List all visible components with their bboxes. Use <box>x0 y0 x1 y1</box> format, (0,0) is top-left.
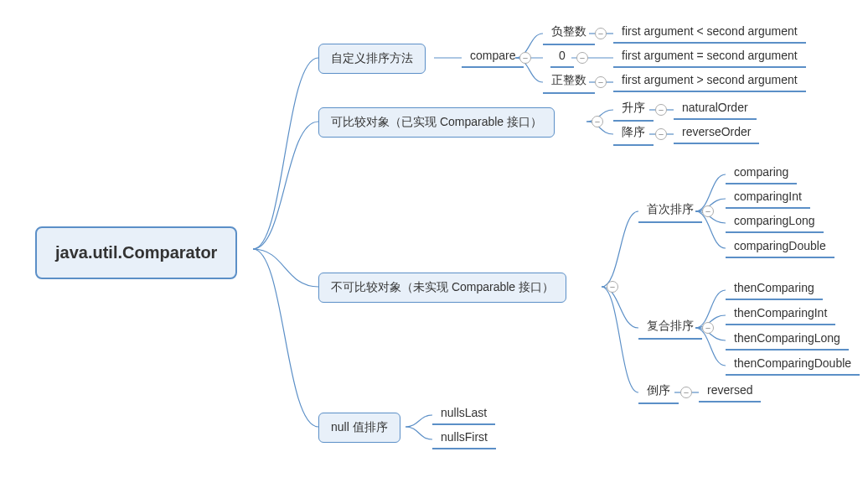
leaf-pos-int[interactable]: 正整数 <box>543 70 595 94</box>
collapse-icon[interactable] <box>655 104 667 116</box>
collapse-icon[interactable] <box>592 116 603 127</box>
leaf-arg-equal: first argument = second argument <box>613 45 806 68</box>
leaf-compare[interactable]: compare <box>462 45 524 68</box>
branch-null-sort[interactable]: null 值排序 <box>318 413 400 443</box>
collapse-icon[interactable] <box>595 76 607 88</box>
leaf-comparing-double: comparingDouble <box>726 236 834 258</box>
root-node[interactable]: java.util.Comparator <box>35 226 237 279</box>
collapse-icon[interactable] <box>655 128 667 140</box>
branch-custom-sort[interactable]: 自定义排序方法 <box>318 44 426 74</box>
group-first-sort[interactable]: 首次排序 <box>638 199 702 223</box>
collapse-icon[interactable] <box>607 281 618 293</box>
leaf-arg-greater: first argument > second argument <box>613 70 806 92</box>
collapse-icon[interactable] <box>702 205 714 217</box>
collapse-icon[interactable] <box>576 52 588 64</box>
leaf-neg-int[interactable]: 负整数 <box>543 21 595 45</box>
leaf-desc[interactable]: 降序 <box>613 122 654 146</box>
leaf-zero[interactable]: 0 <box>550 45 574 68</box>
leaf-reverse-order: reverseOrder <box>674 122 759 144</box>
leaf-asc[interactable]: 升序 <box>613 97 654 122</box>
collapse-icon[interactable] <box>595 28 607 39</box>
leaf-nulls-last: nullsLast <box>432 402 495 425</box>
leaf-then-comparing-long: thenComparingLong <box>726 328 849 351</box>
branch-not-comparable[interactable]: 不可比较对象（未实现 Comparable 接口） <box>318 273 566 303</box>
leaf-then-comparing: thenComparing <box>726 278 823 300</box>
leaf-comparing-int: comparingInt <box>726 186 810 209</box>
leaf-reversed: reversed <box>699 380 761 402</box>
leaf-then-comparing-double: thenComparingDouble <box>726 353 860 376</box>
leaf-nulls-first: nullsFirst <box>432 427 496 449</box>
leaf-arg-less: first argument < second argument <box>613 21 806 44</box>
leaf-comparing: comparing <box>726 162 797 184</box>
branch-comparable[interactable]: 可比较对象（已实现 Comparable 接口） <box>318 107 555 138</box>
group-compound-sort[interactable]: 复合排序 <box>638 315 702 340</box>
collapse-icon[interactable] <box>702 322 714 334</box>
leaf-natural-order: naturalOrder <box>674 97 757 120</box>
leaf-reverse-key[interactable]: 倒序 <box>638 380 679 404</box>
leaf-comparing-long: comparingLong <box>726 210 824 233</box>
leaf-then-comparing-int: thenComparingInt <box>726 303 835 325</box>
collapse-icon[interactable] <box>680 387 692 398</box>
collapse-icon[interactable] <box>519 52 531 64</box>
